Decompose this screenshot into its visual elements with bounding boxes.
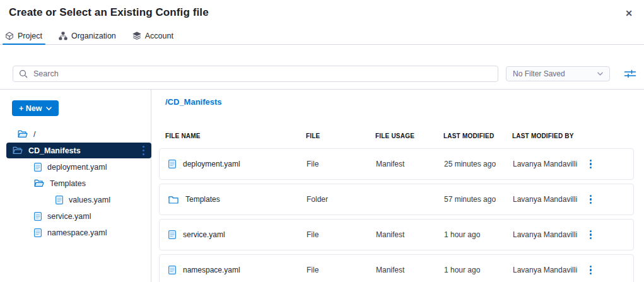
row-file-usage: Manifest — [376, 266, 444, 274]
scope-tabs: Project Organization Account — [0, 28, 644, 45]
new-button[interactable]: + New — [12, 100, 59, 116]
file-tree: / CD_Manifests deployment.yaml Templates… — [6, 126, 151, 240]
row-last-modified-by: Lavanya Mandavilli — [513, 160, 587, 168]
table-row[interactable]: service.yaml File Manifest 1 hour ago La… — [159, 219, 634, 250]
row-file-name: deployment.yaml — [183, 160, 240, 168]
file-icon — [34, 228, 42, 237]
dialog-title: Create or Select an Existing Config file — [9, 6, 209, 19]
table-row[interactable]: namespace.yaml File Manifest 1 hour ago … — [159, 254, 634, 282]
row-last-modified-by: Lavanya Mandavilli — [513, 230, 587, 239]
row-file-type: File — [307, 266, 376, 274]
tab-label: Account — [145, 32, 173, 40]
close-icon[interactable]: ✕ — [625, 9, 633, 18]
dialog-header: Create or Select an Existing Config file… — [0, 0, 644, 28]
saved-filter-select[interactable]: No Filter Saved — [506, 66, 610, 81]
new-button-label: + New — [19, 104, 42, 113]
search-icon — [19, 69, 28, 78]
folder-open-icon — [34, 179, 44, 187]
search-input[interactable] — [13, 66, 498, 82]
row-file-type: File — [307, 230, 376, 239]
column-header-last-modified: LAST MODIFIED — [443, 132, 512, 139]
file-browser-main: /CD_Manifests FILE NAME FILE FILE USAGE … — [151, 90, 644, 282]
row-last-modified-by: Lavanya Mandavilli — [513, 195, 587, 204]
tree-item-cd-manifests[interactable]: CD_Manifests — [6, 143, 151, 158]
saved-filter-value: No Filter Saved — [513, 69, 565, 78]
tree-item-[interactable]: / — [6, 126, 151, 142]
tree-item-label: values.yaml — [69, 196, 110, 204]
dialog-body: + New / CD_Manifests deployment.yaml Tem… — [0, 90, 644, 282]
file-icon — [34, 163, 42, 172]
table-row[interactable]: deployment.yaml File Manifest 25 minutes… — [159, 148, 634, 180]
tree-item-label: service.yaml — [47, 212, 91, 221]
file-store-sidebar: + New / CD_Manifests deployment.yaml Tem… — [0, 90, 151, 282]
row-last-modified-by: Lavanya Mandavilli — [513, 266, 587, 274]
file-icon — [168, 266, 176, 274]
row-last-modified: 25 minutes ago — [444, 160, 513, 168]
tree-item-deployment-yaml[interactable]: deployment.yaml — [6, 159, 151, 175]
file-icon — [168, 230, 176, 239]
column-header-file: FILE — [306, 132, 375, 139]
file-icon — [34, 212, 42, 221]
file-icon — [56, 196, 63, 204]
folder-open-icon — [13, 146, 23, 155]
filter-options-button[interactable] — [623, 68, 638, 80]
column-header-file-name: FILE NAME — [165, 132, 306, 139]
tree-item-namespace-yaml[interactable]: namespace.yaml — [6, 225, 151, 240]
account-icon — [132, 32, 141, 40]
row-file-type: Folder — [307, 195, 376, 204]
column-header-last-modified-by: LAST MODIFIED BY — [512, 132, 587, 139]
tree-item-label: deployment.yaml — [47, 163, 107, 172]
file-icon — [168, 160, 176, 168]
folder-icon — [168, 196, 179, 204]
row-menu-icon[interactable] — [587, 192, 594, 207]
chevron-down-icon — [597, 72, 603, 76]
tree-item-templates[interactable]: Templates — [6, 175, 151, 191]
chevron-down-icon — [46, 107, 52, 110]
table-row[interactable]: Templates Folder 57 minutes ago Lavanya … — [159, 184, 634, 215]
tree-item-service-yaml[interactable]: service.yaml — [6, 208, 151, 224]
row-menu-icon[interactable] — [587, 228, 594, 242]
breadcrumb[interactable]: /CD_Manifests — [159, 97, 634, 107]
tab-organization[interactable]: Organization — [59, 28, 116, 44]
project-icon — [5, 32, 14, 40]
row-file-type: File — [307, 160, 376, 168]
sliders-icon — [624, 69, 636, 79]
tab-label: Project — [18, 32, 42, 40]
row-file-usage: Manifest — [376, 160, 444, 168]
tree-item-label: namespace.yaml — [47, 228, 107, 237]
organization-icon — [59, 32, 67, 40]
folder-open-icon — [18, 130, 28, 138]
search-box — [13, 66, 498, 82]
tree-item-menu-icon[interactable] — [140, 143, 147, 158]
tree-item-label: CD_Manifests — [28, 146, 81, 155]
tab-label: Organization — [71, 32, 116, 40]
tree-item-values-yaml[interactable]: values.yaml — [6, 192, 151, 208]
row-last-modified: 57 minutes ago — [444, 195, 513, 204]
tab-project[interactable]: Project — [5, 28, 42, 44]
tree-item-label: Templates — [50, 179, 86, 188]
table-header: FILE NAME FILE FILE USAGE LAST MODIFIED … — [159, 132, 634, 139]
row-file-name: service.yaml — [183, 230, 225, 239]
row-last-modified: 1 hour ago — [444, 230, 513, 239]
toolbar: No Filter Saved — [0, 45, 644, 90]
column-header-file-usage: FILE USAGE — [375, 132, 443, 139]
tree-item-label: / — [33, 130, 35, 139]
row-menu-icon[interactable] — [587, 263, 594, 278]
row-file-usage: Manifest — [376, 230, 444, 239]
row-last-modified: 1 hour ago — [444, 266, 513, 274]
row-file-name: Templates — [185, 195, 220, 204]
file-table-rows: deployment.yaml File Manifest 25 minutes… — [159, 148, 634, 282]
config-file-dialog: Create or Select an Existing Config file… — [0, 0, 644, 282]
row-file-name: namespace.yaml — [183, 266, 240, 274]
row-menu-icon[interactable] — [587, 157, 594, 172]
tab-account[interactable]: Account — [132, 28, 173, 44]
